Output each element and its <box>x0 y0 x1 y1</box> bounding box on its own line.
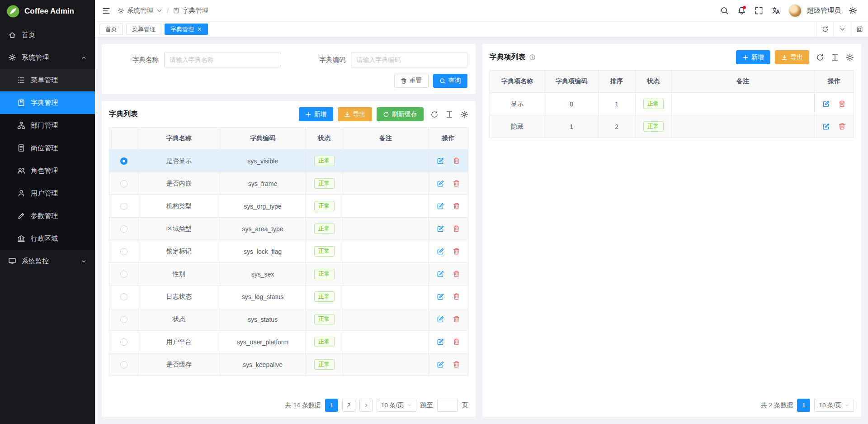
dict-items-header: 字典项列表 新增 导出 <box>490 50 854 64</box>
sidebar-item-home[interactable]: 首页 <box>0 24 95 46</box>
maximize-content-button[interactable] <box>851 22 868 37</box>
jump-page-input[interactable] <box>437 399 458 412</box>
query-button[interactable]: 查询 <box>433 74 467 88</box>
table-row[interactable]: 隐藏 1 2 正常 <box>490 115 854 138</box>
row-select-radio[interactable] <box>120 316 127 323</box>
settings-button[interactable] <box>844 0 861 22</box>
reset-button[interactable]: 重置 <box>394 74 429 88</box>
table-row[interactable]: 是否显示 sys_visible 正常 <box>109 150 468 172</box>
next-page-button[interactable] <box>359 399 373 412</box>
table-row[interactable]: 区域类型 sys_area_type 正常 <box>109 218 468 240</box>
table-row[interactable]: 日志状态 sys_log_status 正常 <box>109 286 468 308</box>
tab-home[interactable]: 首页 <box>99 24 123 35</box>
table-row[interactable]: 显示 0 1 正常 <box>490 93 854 115</box>
sidebar-item-region-management[interactable]: 行政区域 <box>0 227 95 250</box>
delete-icon[interactable] <box>453 225 460 233</box>
edit-icon[interactable] <box>822 123 830 130</box>
column-settings-icon[interactable] <box>831 53 839 62</box>
notifications-button[interactable] <box>733 0 750 22</box>
sidebar-item-menu-management[interactable]: 菜单管理 <box>0 69 95 91</box>
sidebar-item-system-management[interactable]: 系统管理 <box>0 46 95 69</box>
delete-icon[interactable] <box>838 123 846 130</box>
table-row[interactable]: 性别 sys_sex 正常 <box>109 263 468 286</box>
language-button[interactable] <box>768 0 784 22</box>
sidebar-item-system-monitor[interactable]: 系统监控 <box>0 250 95 272</box>
edit-icon[interactable] <box>437 202 444 210</box>
delete-icon[interactable] <box>453 315 460 323</box>
user-name[interactable]: 超级管理员 <box>807 6 841 15</box>
table-row[interactable]: 用户平台 sys_user_platform 正常 <box>109 331 468 353</box>
add-dict-button[interactable]: 新增 <box>299 107 333 121</box>
page-button-1[interactable]: 1 <box>797 399 810 412</box>
tabs-dropdown-button[interactable] <box>834 22 851 37</box>
sidebar-item-role-management[interactable]: 角色管理 <box>0 159 95 182</box>
page-size-select[interactable]: 10 条/页 <box>814 399 854 412</box>
table-row[interactable]: 状态 sys_status 正常 <box>109 308 468 331</box>
page-size-select[interactable]: 10 条/页 <box>377 399 416 412</box>
refresh-tab-button[interactable] <box>816 22 834 37</box>
delete-icon[interactable] <box>453 293 460 300</box>
sidebar-item-dept-management[interactable]: 部门管理 <box>0 114 95 137</box>
dict-name-input[interactable] <box>164 52 280 67</box>
tab-dict-management[interactable]: 字典管理 <box>165 24 208 35</box>
dict-code-input[interactable] <box>351 52 467 67</box>
row-select-radio[interactable] <box>120 338 127 346</box>
refresh-cache-button[interactable]: 刷新缓存 <box>377 107 424 121</box>
export-dict-items-button[interactable]: 导出 <box>775 50 809 64</box>
edit-icon[interactable] <box>437 361 444 368</box>
edit-icon[interactable] <box>437 338 444 346</box>
sidebar-item-user-management[interactable]: 用户管理 <box>0 182 95 205</box>
avatar[interactable] <box>788 4 802 18</box>
delete-icon[interactable] <box>453 248 460 255</box>
row-select-radio[interactable] <box>120 157 127 165</box>
delete-icon[interactable] <box>453 338 460 346</box>
sidebar-item-param-management[interactable]: 参数管理 <box>0 205 95 227</box>
edit-icon[interactable] <box>437 180 444 187</box>
edit-icon[interactable] <box>822 100 830 108</box>
dict-code-cell: sys_status <box>220 308 306 331</box>
delete-icon[interactable] <box>453 270 460 278</box>
page-button-1[interactable]: 1 <box>325 399 338 412</box>
edit-icon[interactable] <box>437 315 444 323</box>
row-select-radio[interactable] <box>120 271 127 278</box>
close-icon[interactable] <box>197 27 202 32</box>
gear-icon[interactable] <box>460 110 468 119</box>
row-select-radio[interactable] <box>120 361 127 368</box>
page-button-2[interactable]: 2 <box>342 399 355 412</box>
delete-icon[interactable] <box>453 202 460 210</box>
column-settings-icon[interactable] <box>445 110 453 119</box>
row-select-radio[interactable] <box>120 203 127 210</box>
edit-icon[interactable] <box>437 248 444 255</box>
table-row[interactable]: 是否内嵌 sys_frame 正常 <box>109 172 468 195</box>
collapse-sidebar-button[interactable] <box>102 7 110 15</box>
delete-icon[interactable] <box>453 180 460 187</box>
search-button[interactable] <box>716 0 732 22</box>
fullscreen-button[interactable] <box>750 0 767 22</box>
delete-icon[interactable] <box>453 157 460 165</box>
row-select-radio[interactable] <box>120 293 127 300</box>
sidebar-item-post-management[interactable]: 岗位管理 <box>0 137 95 159</box>
delete-icon[interactable] <box>838 100 846 108</box>
refresh-icon[interactable] <box>430 110 439 119</box>
add-dict-item-button[interactable]: 新增 <box>736 50 770 64</box>
refresh-icon[interactable] <box>816 53 824 62</box>
edit-icon[interactable] <box>437 270 444 278</box>
row-select-radio[interactable] <box>120 248 127 255</box>
row-select-radio[interactable] <box>120 225 127 233</box>
export-dict-button[interactable]: 导出 <box>338 107 372 121</box>
breadcrumb-parent[interactable]: 系统管理 <box>118 6 163 15</box>
delete-icon[interactable] <box>453 361 460 368</box>
app-logo[interactable]: Coffee Admin <box>0 0 95 23</box>
gear-icon[interactable] <box>846 53 854 62</box>
sidebar-item-dict-management[interactable]: 字典管理 <box>0 91 95 114</box>
table-row[interactable]: 锁定标记 sys_lock_flag 正常 <box>109 240 468 263</box>
edit-icon[interactable] <box>437 293 444 300</box>
table-row[interactable]: 机构类型 sys_org_type 正常 <box>109 195 468 218</box>
tab-menu-management[interactable]: 菜单管理 <box>126 24 161 35</box>
row-select-radio[interactable] <box>120 180 127 187</box>
sidebar-item-label: 角色管理 <box>31 167 58 175</box>
edit-icon[interactable] <box>437 157 444 165</box>
dict-list-card: 字典列表 新增 导出 刷新 <box>102 101 476 417</box>
table-row[interactable]: 是否缓存 sys_keepalive 正常 <box>109 353 468 376</box>
edit-icon[interactable] <box>437 225 444 233</box>
